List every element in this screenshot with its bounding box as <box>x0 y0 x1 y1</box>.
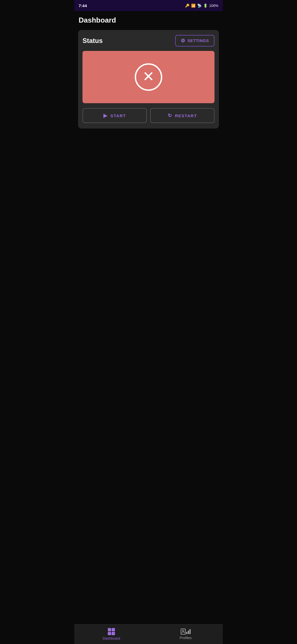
start-button[interactable]: ▶ START <box>82 108 147 123</box>
profiles-bars <box>186 629 191 634</box>
action-buttons: ▶ START ↻ RESTART <box>82 108 215 123</box>
svg-point-0 <box>182 630 184 632</box>
settings-button-label: SETTINGS <box>188 39 209 43</box>
status-icons: 🔑 📶 📡 🔋 100% <box>185 4 218 8</box>
start-button-label: START <box>111 113 126 118</box>
error-circle: ✕ <box>135 63 162 91</box>
settings-button[interactable]: ⚙ SETTINGS <box>175 35 215 47</box>
nav-item-profiles[interactable]: Profiles <box>148 624 223 644</box>
main-content: Status ⚙ SETTINGS ✕ ▶ START ↻ <box>74 28 223 131</box>
app-bar: Dashboard <box>74 11 223 28</box>
restart-button-label: RESTART <box>175 113 197 118</box>
key-icon: 🔑 <box>185 4 189 8</box>
status-card: Status ⚙ SETTINGS ✕ ▶ START ↻ <box>78 30 219 129</box>
error-icon: ✕ <box>142 69 155 84</box>
battery-icon: 🔋 <box>203 4 208 8</box>
person-box-icon <box>181 629 186 635</box>
signal-icon: 📡 <box>197 4 202 8</box>
nav-item-dashboard[interactable]: Dashboard <box>74 624 148 644</box>
profiles-icon <box>181 629 191 635</box>
wifi-icon: 📶 <box>191 4 196 8</box>
nav-label-dashboard: Dashboard <box>103 636 120 640</box>
bottom-nav: Dashboard Profiles <box>74 624 223 644</box>
status-bar: 7:44 🔑 📶 📡 🔋 100% <box>74 0 223 11</box>
restart-button[interactable]: ↻ RESTART <box>150 108 215 123</box>
gear-icon: ⚙ <box>181 38 185 44</box>
status-card-title: Status <box>82 37 103 45</box>
nav-label-profiles: Profiles <box>180 636 191 640</box>
status-card-header: Status ⚙ SETTINGS <box>82 35 215 47</box>
battery-level: 100% <box>209 4 218 8</box>
dashboard-icon <box>108 628 115 635</box>
status-display: ✕ <box>82 51 215 103</box>
page-title: Dashboard <box>79 16 218 24</box>
play-icon: ▶ <box>103 113 108 119</box>
restart-icon: ↻ <box>168 113 172 119</box>
status-time: 7:44 <box>79 3 87 8</box>
